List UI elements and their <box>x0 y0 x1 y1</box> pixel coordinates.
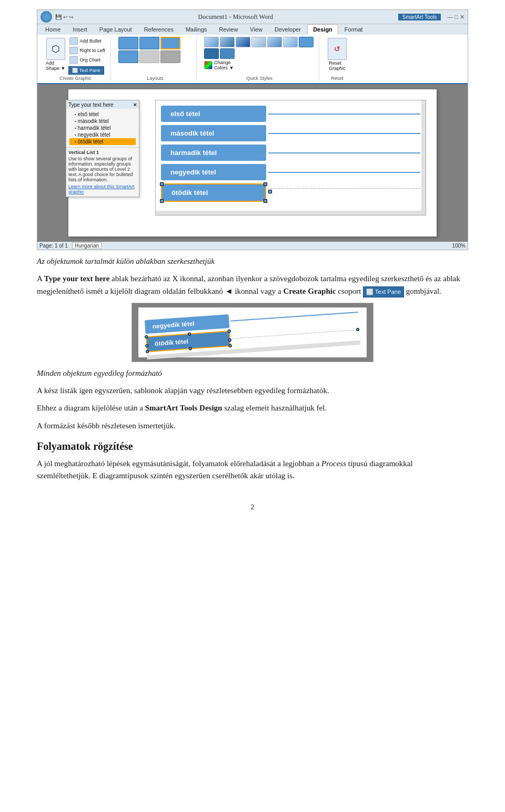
reset-graphic-icon: ↺ <box>328 38 347 60</box>
tab-mailings[interactable]: Mailings <box>180 24 213 35</box>
handle2-bl <box>146 350 149 353</box>
smartart-line-2 <box>268 133 420 134</box>
word-icon <box>41 11 52 23</box>
layouts-group: Layouts <box>114 37 197 81</box>
scrollbar-h[interactable] <box>156 211 421 215</box>
text-pane-close-button[interactable]: × <box>134 101 137 108</box>
window-title: Document1 - Microsoft Word <box>76 13 395 21</box>
layout-option-4[interactable] <box>118 50 138 63</box>
quick-style-7[interactable] <box>299 37 314 47</box>
handle-br <box>264 199 267 203</box>
org-chart-button[interactable]: Org Chart <box>68 56 106 64</box>
para5-text: A formázást később részletesen ismertetj… <box>37 422 176 430</box>
text-pane-inline-button: ⬜ Text Pane <box>363 286 404 297</box>
handle2-br <box>228 344 231 347</box>
reset-graphic-button[interactable]: ↺ ResetGraphic <box>327 37 348 72</box>
process-italic: Process <box>321 459 346 468</box>
smartart-row-2: második tétel <box>161 125 420 141</box>
layouts-label: Layouts <box>147 75 164 81</box>
smartart2-box-2: ötödik tétel <box>146 331 231 352</box>
reset-label: Reset <box>331 75 344 81</box>
text-pane-item-3[interactable]: harmadik tétel <box>69 125 136 131</box>
create-graphic-label: Create Graphic <box>59 75 92 81</box>
text-pane-item-5[interactable]: ötödik tétel <box>69 138 136 145</box>
caption-italic: Minden objektum egyedileg formázható <box>37 369 162 377</box>
tab-page-layout[interactable]: Page Layout <box>94 24 138 35</box>
window-controls[interactable]: — □ ✕ <box>447 14 464 20</box>
smartart-tools-design-ref: SmartArt Tools Design <box>145 404 223 412</box>
handle-bl <box>160 199 164 203</box>
tab-format[interactable]: Format <box>339 24 369 35</box>
tab-review[interactable]: Review <box>213 24 244 35</box>
add-bullet-button[interactable]: Add Bullet <box>68 37 106 45</box>
tab-references[interactable]: References <box>138 24 179 35</box>
right-to-left-label: Right to Left <box>79 48 105 53</box>
quick-styles-label: Quick Styles <box>246 75 272 81</box>
layout-option-3[interactable] <box>160 37 180 49</box>
quick-style-1[interactable] <box>204 37 219 47</box>
handle-tr <box>264 182 267 186</box>
text-pane-button[interactable]: ⬜ Text Pane <box>68 66 104 75</box>
word-page: Type your text here × első tétel második… <box>68 89 437 237</box>
quick-style-9[interactable] <box>220 48 235 59</box>
layout-option-6[interactable] <box>160 50 180 63</box>
right-to-left-button[interactable]: Right to Left <box>68 46 106 55</box>
word-screenshot: 💾 ↩ ↪ Document1 - Microsoft Word SmartAr… <box>37 9 468 250</box>
text-pane-body: első tétel második tétel harmadik tétel … <box>66 109 139 147</box>
quick-style-3[interactable] <box>236 37 250 47</box>
org-chart-label: Org Chart <box>79 57 100 63</box>
add-shape-button[interactable]: ⬡ AddShape ▼ <box>45 37 66 75</box>
smartart-row-5: ötödik tétel <box>161 183 420 202</box>
handle2-t <box>188 332 191 335</box>
body-text-area: Az objektumok tartalmát külön ablakban s… <box>37 250 468 492</box>
text-pane-title: Type your text here <box>68 102 114 108</box>
quick-style-2[interactable] <box>220 37 235 47</box>
title-bar: 💾 ↩ ↪ Document1 - Microsoft Word SmartAr… <box>37 10 468 24</box>
ribbon-body: ⬡ AddShape ▼ Add Bullet Right to Left Or… <box>37 35 468 84</box>
page-count: Page: 1 of 1 <box>39 243 68 249</box>
smartart-info-link[interactable]: Learn more about this SmartArt graphic <box>68 184 137 194</box>
layout-option-5[interactable] <box>139 50 159 63</box>
paragraph-2: A Type your text here ablak bezárható az… <box>37 273 468 297</box>
para2-end: gombjával. <box>406 287 441 295</box>
smartart-line-4 <box>268 172 420 173</box>
smartart-diagram: első tétel második tétel harmadik tétel … <box>155 100 426 215</box>
text-pane-item-4[interactable]: negyedik tétel <box>69 131 136 138</box>
word-status-bar: Page: 1 of 1 Hungarian 100% <box>37 242 468 250</box>
word-document-area: Type your text here × első tétel második… <box>37 84 468 242</box>
text-pane-panel: Type your text here × első tétel második… <box>66 100 139 197</box>
scrollbar[interactable] <box>421 100 426 215</box>
tab-insert[interactable]: Insert <box>67 24 93 35</box>
smartart-line-1 <box>268 114 420 115</box>
text-pane-item-2[interactable]: második tétel <box>69 118 136 125</box>
smartart-row-1: első tétel <box>161 106 420 122</box>
section-heading-folyamatok: Folyamatok rögzítése <box>37 440 468 453</box>
text-pane-item-1[interactable]: első tétel <box>69 111 136 118</box>
tab-design[interactable]: Design <box>307 24 338 35</box>
smartart-info-desc: Use to show several groups of informatio… <box>68 156 137 182</box>
smartart-box-2[interactable]: második tétel <box>161 125 266 141</box>
tab-view[interactable]: View <box>244 24 268 35</box>
change-colors-label: ChangeColors ▼ <box>214 60 234 70</box>
smartart-info-title: Vertical List 1 <box>68 150 137 155</box>
smartart-line-3 <box>268 152 420 153</box>
quick-style-6[interactable] <box>283 37 298 47</box>
handle2-r <box>228 338 231 342</box>
handle2-end <box>356 327 359 331</box>
smartart2-dashed-line <box>232 329 359 338</box>
quick-style-4[interactable] <box>251 37 266 47</box>
smartart2-line-1 <box>230 312 358 322</box>
smartart-box-5[interactable]: ötödik tétel <box>161 183 266 202</box>
smartart-box-4[interactable]: negyedik tétel <box>161 164 266 180</box>
add-shape-label: AddShape ▼ <box>46 60 65 71</box>
tab-home[interactable]: Home <box>39 24 66 35</box>
smartart-box-1[interactable]: első tétel <box>161 106 266 122</box>
smartart-row-4: negyedik tétel <box>161 164 420 180</box>
quick-style-8[interactable] <box>204 48 219 59</box>
change-colors-button[interactable]: ChangeColors ▼ <box>204 60 315 70</box>
quick-style-5[interactable] <box>267 37 282 47</box>
tab-developer[interactable]: Developer <box>269 24 307 35</box>
layout-option-1[interactable] <box>118 37 138 49</box>
smartart-box-3[interactable]: harmadik tétel <box>161 145 266 161</box>
layout-option-2[interactable] <box>139 37 159 49</box>
